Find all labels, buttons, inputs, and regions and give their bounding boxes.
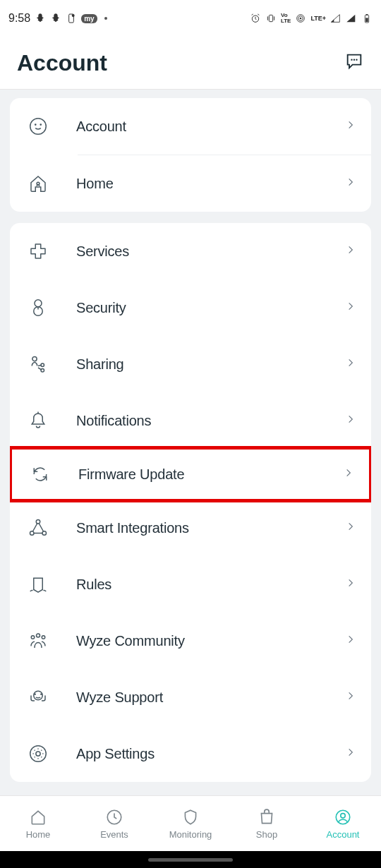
svg-point-24 xyxy=(42,531,47,536)
row-label: App Settings xyxy=(76,746,346,762)
chevron-right-icon xyxy=(344,465,353,483)
gear-icon xyxy=(25,743,51,764)
svg-rect-3 xyxy=(269,15,272,21)
chevron-right-icon xyxy=(346,519,356,537)
chevron-right-icon xyxy=(346,355,356,373)
row-wyze-community[interactable]: Wyze Community xyxy=(10,613,371,669)
volte-indicator: VoLTE xyxy=(281,13,291,24)
nav-home[interactable]: Home xyxy=(0,796,76,851)
home-icon xyxy=(29,808,47,826)
group-profile: Account Home xyxy=(10,98,371,212)
account-icon xyxy=(334,808,352,826)
nav-events[interactable]: Events xyxy=(76,796,152,851)
chevron-right-icon xyxy=(346,411,356,430)
nav-account[interactable]: Account xyxy=(305,796,381,851)
smiley-icon xyxy=(25,116,51,137)
chevron-right-icon xyxy=(346,242,356,260)
bag-icon xyxy=(258,808,276,826)
svg-point-1 xyxy=(72,14,75,17)
more-notifications-dot xyxy=(104,17,107,20)
row-label: Notifications xyxy=(76,413,346,429)
status-right: VoLTE LTE+ xyxy=(250,13,373,24)
clock-icon xyxy=(105,808,123,826)
nodes-icon xyxy=(25,517,51,538)
row-label: Home xyxy=(76,176,346,192)
share-icon xyxy=(25,354,51,375)
row-label: Firmware Update xyxy=(78,466,344,483)
page-title: Account xyxy=(17,50,107,76)
row-firmware-update[interactable]: Firmware Update xyxy=(10,446,371,502)
svg-point-22 xyxy=(36,520,40,524)
rules-icon xyxy=(25,574,51,595)
row-notifications[interactable]: Notifications xyxy=(10,392,371,449)
community-icon xyxy=(25,630,51,651)
snapchat-icon-2 xyxy=(50,13,61,24)
status-time: 9:58 xyxy=(8,12,30,25)
row-label: Sharing xyxy=(76,356,346,373)
row-account[interactable]: Account xyxy=(10,98,371,155)
bell-icon xyxy=(25,410,51,431)
row-label: Services xyxy=(76,243,346,260)
row-wyze-support[interactable]: Wyze Support xyxy=(10,669,371,725)
gesture-bar xyxy=(0,851,381,868)
svg-point-27 xyxy=(42,636,45,639)
page-header: Account xyxy=(0,37,381,90)
network-type: LTE+ xyxy=(310,16,326,22)
row-app-settings[interactable]: App Settings xyxy=(10,725,371,782)
svg-point-12 xyxy=(356,59,357,61)
nav-label: Account xyxy=(327,829,360,840)
my-app-icon: my xyxy=(81,14,97,23)
lock-icon xyxy=(25,297,51,318)
row-label: Account xyxy=(76,119,346,135)
svg-point-4 xyxy=(300,18,302,20)
svg-point-30 xyxy=(40,693,42,695)
refresh-icon xyxy=(28,464,53,485)
settings-scroll[interactable]: Account Home Services Security xyxy=(0,90,381,795)
gesture-pill[interactable] xyxy=(148,858,233,862)
chevron-right-icon xyxy=(346,299,356,317)
svg-point-28 xyxy=(34,691,43,700)
row-label: Smart Integrations xyxy=(76,520,346,536)
svg-point-31 xyxy=(30,746,47,762)
nav-label: Home xyxy=(26,829,51,840)
svg-point-19 xyxy=(32,356,37,361)
svg-point-17 xyxy=(35,300,42,307)
svg-point-26 xyxy=(31,636,35,639)
nav-label: Shop xyxy=(256,829,277,840)
svg-point-29 xyxy=(34,693,36,695)
svg-rect-8 xyxy=(366,14,368,15)
svg-point-13 xyxy=(30,119,47,135)
alarm-icon xyxy=(250,13,261,24)
vibrate-icon xyxy=(265,13,277,24)
chevron-right-icon xyxy=(346,174,356,193)
signal-bar-1-icon xyxy=(330,13,341,24)
row-smart-integrations[interactable]: Smart Integrations xyxy=(10,500,371,556)
chevron-right-icon xyxy=(346,117,356,135)
group-settings: Services Security Sharing Notifications xyxy=(10,223,371,782)
headset-icon xyxy=(25,687,51,708)
messages-button[interactable] xyxy=(344,52,364,74)
row-services[interactable]: Services xyxy=(10,223,371,279)
svg-point-32 xyxy=(36,752,40,756)
nav-monitoring[interactable]: Monitoring xyxy=(152,796,229,851)
row-security[interactable]: Security xyxy=(10,279,371,336)
house-icon xyxy=(25,173,51,194)
row-home[interactable]: Home xyxy=(10,155,371,212)
snapchat-icon-1 xyxy=(35,13,46,24)
row-label: Wyze Support xyxy=(76,689,346,706)
row-rules[interactable]: Rules xyxy=(10,556,371,613)
row-label: Security xyxy=(76,300,346,316)
svg-point-15 xyxy=(40,124,41,125)
battery-icon xyxy=(361,13,373,24)
svg-point-14 xyxy=(35,124,36,125)
row-label: Wyze Community xyxy=(76,633,346,649)
hotspot-icon xyxy=(295,13,306,24)
bottom-nav-container: Home Events Monitoring Shop Account xyxy=(0,795,381,851)
svg-point-11 xyxy=(353,59,355,61)
status-left: 9:58 my xyxy=(8,12,107,25)
chat-icon xyxy=(344,52,364,71)
row-sharing[interactable]: Sharing xyxy=(10,336,371,392)
nav-shop[interactable]: Shop xyxy=(229,796,305,851)
chevron-right-icon xyxy=(346,688,356,706)
plus-icon xyxy=(25,241,51,262)
